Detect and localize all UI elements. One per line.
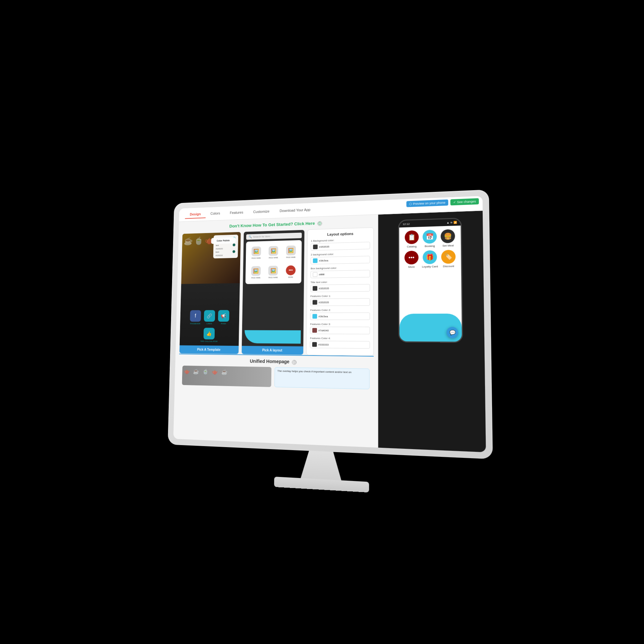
color-input-box[interactable]: #ffffff (311, 270, 370, 278)
top-right-buttons: ⬡ Preview on your phone ✓ See changes (407, 198, 479, 207)
color-option-feat4: Features Color 4: #333333 (310, 337, 370, 349)
template-column: Color Pallete Background #61d5d9 text (179, 232, 241, 355)
color-swatch-bg1 (313, 245, 318, 249)
push-label: PUSH (221, 323, 226, 325)
monitor-stand (301, 450, 341, 480)
tab-colors[interactable]: Colors (206, 209, 225, 218)
phone-row-1: 📋 Catalog 📅 Booking (403, 229, 458, 248)
layout-icon-label-more: MORE (288, 276, 293, 278)
layout-icon-5: 🖼️ PAGE NAME (265, 263, 281, 281)
unified-content: The overlay helps you check if important… (182, 366, 370, 389)
preview-button[interactable]: ⬡ Preview on your phone (407, 200, 448, 207)
layout-row-2: 🖼️ PAGE NAME 🖼️ PAGE NAME (248, 263, 299, 281)
phone-time: 12:12 (403, 222, 410, 226)
search-icon: 🔍 (249, 235, 252, 238)
layout-icon-label-2: PAGE NAME (269, 257, 278, 259)
color-label-feat2: Features Color 2: (310, 308, 370, 312)
phone-icon-loyalty: 🎁 Loyalty Card (422, 250, 438, 268)
phone-icons-area: 📋 Catalog 📅 Booking (399, 225, 461, 272)
layout-icon-4: 🖼️ PAGE NAME (248, 263, 264, 281)
color-label-title: Title text color: (311, 280, 370, 284)
layout-options-title: Layout options (311, 231, 370, 237)
color-swatch-feat1 (313, 300, 317, 305)
color-value-feat2: #3fc5ea (318, 315, 328, 318)
text-value: #106152 (216, 248, 235, 250)
push-icon: 📢 (218, 310, 229, 322)
icon-value: #106152 (216, 254, 235, 257)
setmeal-icon: 🍔 (441, 229, 455, 243)
colors-column: Layout options 1 Background color: #3535… (306, 227, 374, 356)
dont-know-text: Don't Know How To Get Started? (229, 222, 293, 229)
color-value-feat1: #353535 (319, 301, 329, 304)
color-input-title[interactable]: #353535 (311, 284, 370, 292)
text-label: text (216, 245, 219, 247)
main-area: Don't Know How To Get Started? Click Her… (173, 211, 486, 452)
links-icon: 🔗 (204, 310, 215, 322)
phone-mockup: 12:12 ▲ ≋ 📶 📋 (398, 218, 463, 343)
color-input-feat3[interactable]: #7d4040 (310, 327, 370, 334)
template-icons: f FACEBOOK 🔗 LINKS (180, 310, 239, 342)
save-button[interactable]: ✓ See changes (450, 198, 479, 206)
color-input-bg1[interactable]: #353535 (311, 242, 370, 251)
color-option-feat3: Features Color 3: #7d4040 (310, 323, 370, 334)
catalog-icon: 📋 (405, 230, 419, 245)
layout-icon-label-4: PAGE NAME (251, 277, 261, 279)
three-columns: Color Pallete Background #61d5d9 text (179, 227, 374, 356)
color-option-bg2: 2 background color: #3fc5ea (311, 252, 370, 265)
tab-customize[interactable]: Customize (248, 207, 275, 217)
color-swatch-box (313, 272, 318, 277)
loyalty-icon: 🎁 (423, 250, 437, 264)
icon-facebook: f FACEBOOK (190, 310, 201, 325)
color-input-feat4[interactable]: #333333 (310, 341, 370, 349)
color-value-box: #ffffff (319, 273, 324, 276)
more-icon: ••• (405, 251, 419, 264)
pick-template-button[interactable]: Pick A Template (179, 345, 238, 354)
more-label: More (408, 265, 415, 268)
color-input-feat2[interactable]: #3fc5ea (310, 313, 370, 320)
color-swatch-feat3 (312, 328, 317, 333)
icon-links: 🔗 LINKS (204, 310, 215, 324)
layout-icon-circle-4: 🖼️ (251, 266, 261, 276)
phone-chat-button[interactable]: 💬 (446, 327, 458, 338)
pallete-title: Color Pallete (211, 237, 235, 244)
color-option-feat2: Features Color 2: #3fc5ea (310, 308, 370, 320)
monitor-wrapper: Design Colors Features Customize Downloa… (154, 171, 490, 473)
color-label-box: Box background color: (311, 266, 370, 270)
layout-preview: 🔍 Search for item... 🖼️ PAGE NAME (242, 230, 305, 346)
color-input-bg2[interactable]: #3fc5ea (311, 256, 370, 265)
color-input-feat1[interactable]: #353535 (310, 298, 370, 306)
color-label-bg2: 2 background color: (311, 252, 370, 256)
phone-icon-discount: 🏷️ Discount (441, 250, 456, 268)
facebook-label: FACEBOOK (190, 323, 201, 325)
layout-icon-1: 🖼️ PAGE NAME (248, 244, 264, 262)
icon-push: 📢 PUSH (218, 310, 229, 324)
phone-icon-catalog: 📋 Catalog (405, 230, 419, 249)
color-option-title: Title text color: #353535 (311, 280, 370, 292)
icon-tips: 👍 TIPS CALCULATOR (200, 328, 218, 342)
color-option-box: Box background color: #ffffff (311, 266, 370, 278)
monitor-body: Design Colors Features Customize Downloa… (168, 190, 493, 459)
phone-row-2: ••• More 🎁 Loyalty C (403, 250, 458, 268)
phone-signal: ▲ ≋ 📶 (446, 221, 457, 224)
pick-layout-button[interactable]: Pick A layout (241, 346, 303, 355)
links-label: LINKS (207, 323, 212, 325)
layout-accent (244, 330, 301, 343)
tab-download[interactable]: Download Your App (274, 206, 316, 216)
text-swatch (232, 243, 235, 247)
layout-icon-label-5: PAGE NAME (268, 276, 278, 278)
color-label-feat3: Features Color 3: (310, 323, 370, 326)
tab-design[interactable]: Design (185, 210, 206, 219)
booking-icon: 📅 (423, 230, 437, 244)
right-panel: 12:12 ▲ ≋ 📶 📋 (378, 211, 486, 452)
monitor-screen: Design Colors Features Customize Downloa… (173, 196, 486, 452)
color-swatch-feat4 (312, 342, 317, 347)
icon-swatch (232, 250, 235, 253)
color-option-feat1: Features Color 1: #353535 (310, 294, 370, 306)
more-circle: ••• (286, 265, 296, 275)
tab-features[interactable]: Features (225, 208, 248, 217)
click-here-link[interactable]: Click Here (294, 221, 315, 226)
color-value-title: #353535 (319, 287, 329, 290)
left-panel: Don't Know How To Get Started? Click Her… (173, 215, 378, 448)
layout-icon-circle-1: 🖼️ (252, 247, 261, 256)
search-placeholder: Search for item... (253, 235, 272, 238)
